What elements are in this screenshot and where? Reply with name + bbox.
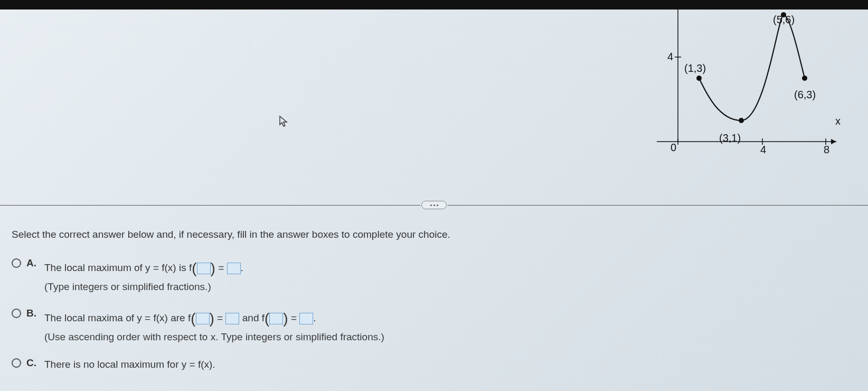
option-b-input-2[interactable] <box>225 313 239 324</box>
point-label-6-3: (6,3) <box>794 89 816 100</box>
option-a-text-pre: The local maximum of y = f(x) is f <box>44 262 192 273</box>
instruction-text: Select the correct answer below and, if … <box>12 229 450 240</box>
svg-point-8 <box>739 118 744 123</box>
window-top-bar <box>0 0 868 10</box>
option-a-letter: A. <box>26 257 39 269</box>
question-area: Select the correct answer below and, if … <box>12 229 450 385</box>
x-tick-4: 4 <box>760 144 766 155</box>
option-c-letter: C. <box>26 357 39 369</box>
graph-svg: 4 0 4 8 x (1,3) (3,1) (5,6) (6,3) <box>636 10 847 157</box>
option-b-input-1[interactable] <box>196 313 210 324</box>
option-b-letter: B. <box>26 308 39 319</box>
option-b-text-and: and f <box>239 312 265 323</box>
option-a-text-mid: = <box>215 262 227 273</box>
graph-panel: 4 0 4 8 x (1,3) (3,1) (5,6) (6,3) <box>636 10 847 173</box>
option-c-text: There is no local maximum for y = f(x). <box>44 357 215 373</box>
expand-pill[interactable] <box>421 201 447 209</box>
option-b-input-3[interactable] <box>269 313 283 324</box>
option-a-body: The local maximum of y = f(x) is f() = .… <box>44 257 243 295</box>
option-a-input-2[interactable] <box>227 263 241 274</box>
option-a-hint: (Type integers or simplified fractions.) <box>44 281 211 292</box>
option-b-text-mid2: = <box>288 312 300 323</box>
x-axis-label: x <box>835 115 841 127</box>
point-label-1-3: (1,3) <box>684 62 706 74</box>
section-divider <box>0 200 868 210</box>
origin-label: 0 <box>671 142 676 153</box>
y-tick-4: 4 <box>667 51 673 62</box>
option-b-hint: (Use ascending order with respect to x. … <box>44 331 384 342</box>
radio-b[interactable] <box>12 309 21 318</box>
x-tick-8: 8 <box>824 144 829 155</box>
cursor-icon <box>279 115 289 131</box>
option-b-body: The local maxima of y = f(x) are f() = a… <box>44 308 384 345</box>
radio-a[interactable] <box>12 258 21 268</box>
svg-point-10 <box>802 76 807 81</box>
radio-c[interactable] <box>12 358 21 368</box>
option-c-row[interactable]: C. There is no local maximum for y = f(x… <box>12 357 450 373</box>
option-b-row[interactable]: B. The local maxima of y = f(x) are f() … <box>12 308 450 345</box>
svg-point-7 <box>696 76 702 81</box>
option-b-text-pre: The local maxima of y = f(x) are f <box>44 312 191 323</box>
option-a-input-1[interactable] <box>197 263 211 274</box>
point-label-5-6: (5,6) <box>773 14 795 25</box>
option-a-row[interactable]: A. The local maximum of y = f(x) is f() … <box>12 257 450 295</box>
content-area: 4 0 4 8 x (1,3) (3,1) (5,6) (6,3) Select… <box>0 10 868 391</box>
option-b-input-4[interactable] <box>299 313 313 324</box>
point-label-3-1: (3,1) <box>719 132 741 144</box>
svg-marker-2 <box>831 139 836 144</box>
option-b-text-mid1: = <box>214 312 226 323</box>
